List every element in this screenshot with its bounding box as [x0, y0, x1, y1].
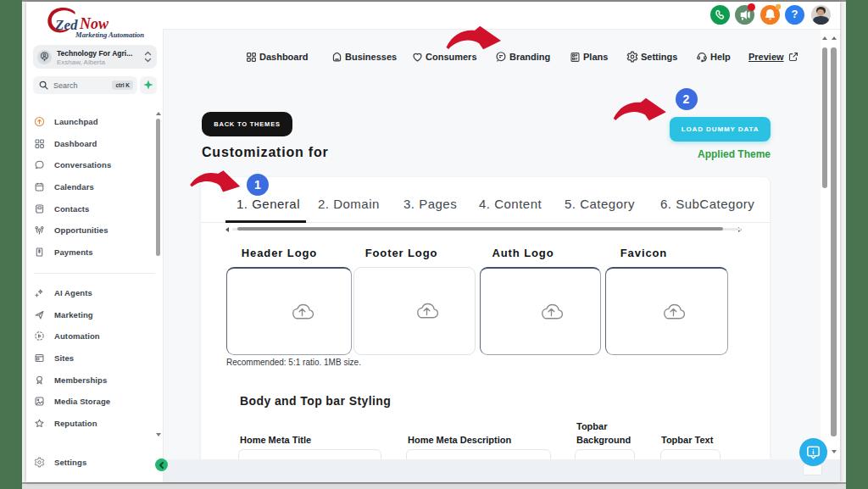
svg-text:Zed: Zed	[54, 17, 78, 33]
svg-text:Now: Now	[79, 15, 109, 32]
svg-text:Marketing Automation: Marketing Automation	[75, 31, 144, 39]
